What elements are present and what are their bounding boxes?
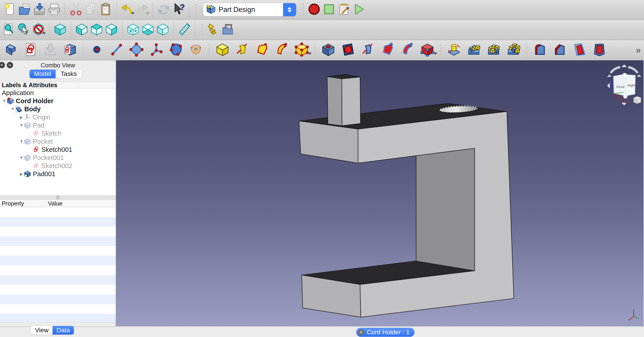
dropdown-arrow-icon[interactable] bbox=[146, 12, 150, 15]
pocket-button[interactable] bbox=[318, 42, 338, 58]
tree-item-body[interactable]: ▼Body bbox=[0, 105, 116, 113]
property-column-header[interactable]: Property bbox=[0, 200, 46, 207]
navigation-cube[interactable]: Front Right z X bbox=[604, 62, 644, 107]
view-top-button[interactable] bbox=[89, 22, 104, 38]
dropdown-arrow-icon[interactable] bbox=[42, 32, 46, 35]
additive-pipe-button[interactable] bbox=[272, 42, 292, 58]
expand-open-icon[interactable]: ▼ bbox=[19, 155, 24, 160]
macro-stop-button[interactable] bbox=[322, 2, 336, 18]
tree-item-sketch[interactable]: Sketch bbox=[0, 129, 116, 137]
hole-button[interactable] bbox=[338, 42, 358, 58]
toolbar-overflow-icon[interactable]: » bbox=[636, 45, 641, 55]
document-tab-close-icon[interactable]: ✕ bbox=[358, 329, 364, 335]
property-row-empty[interactable] bbox=[0, 314, 116, 322]
expand-open-icon[interactable]: ▼ bbox=[10, 107, 15, 112]
panel-close-icon[interactable]: ✕ bbox=[0, 62, 5, 68]
save-document-button[interactable] bbox=[32, 2, 47, 18]
view-front-button[interactable] bbox=[74, 22, 89, 38]
property-row-empty[interactable] bbox=[0, 304, 116, 314]
expand-closed-icon[interactable]: ▶ bbox=[19, 171, 24, 177]
view-rear-button[interactable] bbox=[126, 22, 140, 38]
tree-item-application[interactable]: Application bbox=[0, 89, 116, 97]
panel-float-icon[interactable]: ⧉ bbox=[7, 62, 13, 68]
tab-data[interactable]: Data bbox=[52, 326, 74, 334]
expand-closed-icon[interactable]: ▶ bbox=[19, 115, 24, 120]
datum-plane-button[interactable] bbox=[126, 42, 146, 58]
expand-open-icon[interactable]: ▼ bbox=[19, 139, 24, 144]
tree-item-pocket001[interactable]: ▼Pocket001 bbox=[0, 154, 116, 162]
macro-record-button[interactable] bbox=[307, 2, 322, 18]
cord-holder-model[interactable] bbox=[116, 60, 644, 326]
view-isometric-button[interactable] bbox=[53, 22, 68, 38]
tree-item-pad[interactable]: ▼Pad bbox=[0, 121, 116, 129]
create-body-button[interactable] bbox=[1, 42, 21, 58]
subtractive-primitive-button[interactable] bbox=[418, 42, 437, 58]
tree-column-header[interactable]: Labels & Attributes bbox=[0, 82, 116, 89]
revolution-button[interactable] bbox=[232, 42, 252, 58]
tree-item-sketch002[interactable]: Sketch002 bbox=[0, 162, 116, 170]
toolbar-drag-handle[interactable] bbox=[207, 43, 211, 57]
shape-binder-button[interactable] bbox=[166, 42, 186, 58]
property-row-empty[interactable] bbox=[0, 294, 116, 304]
measure-ruler-button[interactable] bbox=[177, 22, 192, 38]
toolbar-drag-handle[interactable] bbox=[200, 23, 204, 37]
multi-transform-button[interactable] bbox=[504, 42, 523, 58]
cut-scissors-button[interactable] bbox=[68, 2, 83, 18]
view-left-button[interactable] bbox=[155, 22, 170, 38]
property-row-empty[interactable] bbox=[0, 217, 116, 227]
subtractive-pipe-button[interactable] bbox=[398, 42, 418, 58]
property-row-empty[interactable] bbox=[0, 236, 116, 246]
toolbar-drag-handle[interactable] bbox=[439, 43, 443, 57]
draw-style-button[interactable] bbox=[31, 22, 46, 38]
dropdown-arrow-icon[interactable] bbox=[308, 53, 312, 55]
property-row-empty[interactable] bbox=[0, 207, 116, 217]
linear-pattern-button[interactable] bbox=[464, 42, 484, 58]
draft-button[interactable] bbox=[570, 42, 590, 58]
property-row-empty[interactable] bbox=[0, 285, 116, 294]
3d-viewport[interactable]: Front Right z X bbox=[116, 60, 644, 326]
tab-tasks[interactable]: Tasks bbox=[56, 70, 82, 78]
workbench-selector[interactable]: Part Design bbox=[203, 3, 296, 17]
expand-open-icon[interactable]: ▼ bbox=[2, 98, 7, 103]
datum-point-button[interactable] bbox=[87, 42, 107, 58]
view-right-button[interactable] bbox=[104, 22, 119, 38]
tree-item-pad001[interactable]: ▶Pad001 bbox=[0, 170, 116, 178]
tree-item-cord-holder[interactable]: ▼Cord Holder bbox=[0, 97, 116, 105]
selector-chevrons-icon[interactable] bbox=[283, 3, 296, 16]
view-fit-all-button[interactable] bbox=[1, 22, 16, 38]
property-row-empty[interactable] bbox=[0, 227, 116, 236]
dropdown-arrow-icon[interactable] bbox=[434, 53, 437, 55]
tree-item-sketch001[interactable]: Sketch001 bbox=[0, 146, 116, 154]
thickness-button[interactable] bbox=[590, 42, 609, 58]
property-row-empty[interactable] bbox=[0, 265, 116, 275]
expand-open-icon[interactable]: ▼ bbox=[19, 123, 24, 128]
paste-clipboard-button[interactable] bbox=[98, 2, 113, 18]
mirrored-button[interactable] bbox=[444, 42, 464, 58]
create-sketch-button[interactable] bbox=[21, 42, 40, 58]
value-column-header[interactable]: Value bbox=[48, 200, 62, 207]
additive-primitive-button[interactable] bbox=[292, 42, 312, 58]
polar-pattern-button[interactable] bbox=[484, 42, 504, 58]
chamfer-button[interactable] bbox=[550, 42, 570, 58]
print-button[interactable] bbox=[47, 2, 62, 18]
clone-sheep-button[interactable] bbox=[186, 42, 206, 58]
group-folder-button[interactable] bbox=[220, 22, 235, 38]
toolbar-drag-handle[interactable] bbox=[194, 3, 198, 17]
pad-button[interactable] bbox=[212, 42, 232, 58]
property-row-empty[interactable] bbox=[0, 275, 116, 285]
subtractive-loft-button[interactable] bbox=[378, 42, 398, 58]
datum-line-button[interactable] bbox=[107, 42, 126, 58]
document-tab[interactable]: ✕ Cord Holder : 1 bbox=[356, 328, 414, 337]
new-document-button[interactable] bbox=[2, 2, 17, 18]
additive-loft-button[interactable] bbox=[252, 42, 272, 58]
tree-item-origin[interactable]: ▶Origin bbox=[0, 113, 116, 121]
map-sketch-button[interactable] bbox=[60, 42, 80, 58]
local-cs-button[interactable] bbox=[146, 42, 166, 58]
tree-item-pocket[interactable]: ▼Pocket bbox=[0, 137, 116, 146]
dropdown-arrow-icon[interactable] bbox=[131, 12, 135, 15]
panel-splitter[interactable] bbox=[0, 195, 116, 200]
fillet-button[interactable] bbox=[530, 42, 550, 58]
navcube-menu-icon[interactable] bbox=[634, 96, 644, 104]
undo-button[interactable] bbox=[120, 2, 135, 18]
whats-this-button[interactable]: ? bbox=[171, 2, 186, 18]
